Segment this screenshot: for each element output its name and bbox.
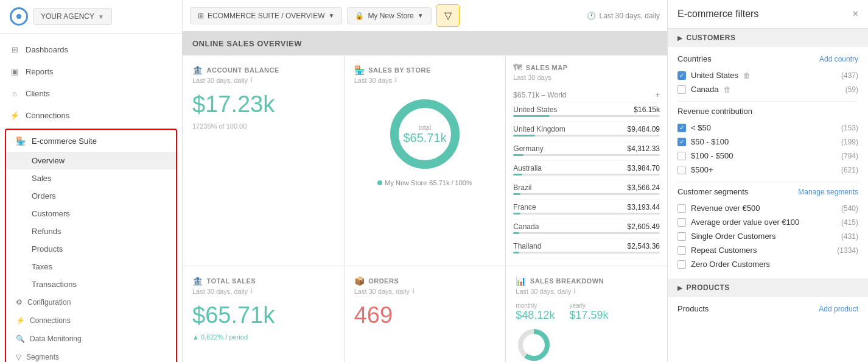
sidebar-sub-refunds[interactable]: Refunds xyxy=(6,222,176,240)
content-area: ONLINE SALES OVERVIEW 🏦 ACCOUNT BALANCE … xyxy=(183,32,667,362)
card-title: 🏦 TOTAL SALES xyxy=(192,276,334,286)
country-ca-count: (59) xyxy=(845,85,858,94)
filter-customers-content: Countries Add country ✓ United States 🗑 … xyxy=(668,47,868,279)
card-subtitle: Last 30 days ℹ xyxy=(354,76,496,84)
card-title: 🗺 SALES MAP xyxy=(513,63,660,73)
card-account-balance: 🏦 ACCOUNT BALANCE Last 30 days, daily ℹ … xyxy=(183,55,344,266)
map-row-label: Canada xyxy=(513,222,539,231)
suite-dropdown[interactable]: ⊞ ECOMMERCE SUITE / OVERVIEW ▼ xyxy=(190,7,342,24)
checkbox-rev-3[interactable] xyxy=(677,152,686,160)
sidebar-sub-transactions[interactable]: Transactions xyxy=(6,275,176,293)
info-icon: ℹ xyxy=(394,76,397,84)
rev-count-4: (621) xyxy=(841,166,858,174)
donut-total-label: total xyxy=(403,124,446,131)
delete-ca-button[interactable]: 🗑 xyxy=(724,85,731,94)
rev-label-4: $500+ xyxy=(691,165,713,174)
sidebar: YOUR AGENCY ▼ ⊞ Dashboards ▣ Reports ⌂ C… xyxy=(0,0,183,362)
info-icon: ℹ xyxy=(412,287,415,295)
checkbox-seg-1[interactable] xyxy=(677,204,686,213)
card-subtitle: Last 30 days xyxy=(513,74,660,81)
donut-legend: My New Store 65.71k / 100% xyxy=(377,179,472,186)
breakdown-values: monthly $48.12k yearly $17.59k xyxy=(516,302,657,322)
filter-section-customers[interactable]: ▶ CUSTOMERS xyxy=(668,29,868,47)
donut-chart: total $65.71k xyxy=(385,91,464,177)
chevron-down-icon: ▼ xyxy=(98,13,104,20)
sidebar-config-connections[interactable]: ⚡ Connections xyxy=(6,311,176,330)
seg-label-1: Revenue over €500 xyxy=(691,204,760,213)
map-row-bar-fill xyxy=(513,135,535,137)
agency-label: YOUR AGENCY xyxy=(41,12,94,21)
total-sales-value: $65.71k xyxy=(192,302,334,328)
checkbox-rev-1[interactable]: ✓ xyxy=(677,124,686,132)
rev-count-3: (794) xyxy=(841,152,858,160)
legend-dot xyxy=(377,180,382,185)
filter-close-button[interactable]: × xyxy=(853,9,858,20)
delete-us-button[interactable]: 🗑 xyxy=(743,71,751,80)
map-row-value: $4,312.33 xyxy=(628,144,660,153)
sidebar-item-clients[interactable]: ⌂ Clients xyxy=(0,82,182,104)
breakdown-yearly: yearly $17.59k xyxy=(569,302,608,322)
card-sales-by-store: 🏪 SALES BY STORE Last 30 days ℹ total xyxy=(345,55,506,266)
sidebar-sub-overview[interactable]: Overview xyxy=(6,152,176,169)
sidebar-item-connections[interactable]: ⚡ Connections xyxy=(0,104,182,126)
checkbox-seg-2[interactable] xyxy=(677,218,686,227)
plus-icon[interactable]: + xyxy=(656,91,660,99)
sidebar-item-reports[interactable]: ▣ Reports xyxy=(0,60,182,82)
info-icon: ℹ xyxy=(250,287,253,295)
sidebar-sub-sales[interactable]: Sales xyxy=(6,169,176,187)
checkbox-rev-4[interactable] xyxy=(677,166,686,174)
plug2-icon: ⚡ xyxy=(16,316,25,325)
checkbox-seg-5[interactable] xyxy=(677,260,686,269)
map-row: Australia $3,984.70 xyxy=(513,161,660,180)
filter-section-products[interactable]: ▶ PRODUCTS xyxy=(668,279,868,297)
segment-row-3: Single Order Customers (431) xyxy=(677,229,858,243)
map-row-value: $2,543.36 xyxy=(628,242,660,250)
sidebar-sub-taxes[interactable]: Taxes xyxy=(6,258,176,275)
countries-label: Countries xyxy=(677,54,712,63)
map-row-bar xyxy=(513,232,660,234)
sidebar-config-data-monitoring[interactable]: 🔍 Data Monitoring xyxy=(6,330,176,348)
checkbox-seg-4[interactable] xyxy=(677,246,686,255)
sidebar-sub-products[interactable]: Products xyxy=(6,240,176,258)
card-subtitle: Last 30 days, daily ℹ xyxy=(516,287,657,295)
revenue-row-4: $500+ (621) xyxy=(677,163,858,177)
store-dropdown[interactable]: 🔒 My New Store ▼ xyxy=(347,7,431,24)
ecommerce-suite-header[interactable]: 🏪 E-commerce Suite xyxy=(6,130,176,152)
file-icon: ▣ xyxy=(10,66,19,76)
grid-icon: ⊞ xyxy=(10,44,19,54)
add-country-link[interactable]: Add country xyxy=(819,55,858,63)
rev-label-2: $50 - $100 xyxy=(691,137,729,146)
sidebar-config-configuration[interactable]: ⚙ Configuration xyxy=(6,293,176,311)
seg-count-2: (415) xyxy=(841,218,858,227)
store-icon: 🔒 xyxy=(355,12,364,20)
seg-count-1: (540) xyxy=(841,204,858,213)
sidebar-config-segments[interactable]: ▽ Segments xyxy=(6,348,176,362)
donut-center: total $65.71k xyxy=(403,124,446,145)
sidebar-item-label: Reports xyxy=(26,67,54,76)
map-row-bar-fill xyxy=(513,213,520,215)
filter-products-content: Products Add product xyxy=(668,297,868,325)
agency-dropdown[interactable]: YOUR AGENCY ▼ xyxy=(33,8,112,25)
customers-section-label: CUSTOMERS xyxy=(687,34,736,42)
manage-segments-link[interactable]: Manage segments xyxy=(798,188,858,196)
card-subtitle: Last 30 days, daily ℹ xyxy=(192,76,334,84)
segments-header: Customer segments Manage segments xyxy=(677,187,858,196)
sidebar-sub-customers[interactable]: Customers xyxy=(6,205,176,222)
checkbox-seg-3[interactable] xyxy=(677,232,686,241)
filter-button[interactable]: ▽ xyxy=(436,4,460,27)
add-product-link[interactable]: Add product xyxy=(819,305,858,313)
config-label: Segments xyxy=(26,353,59,361)
main-content: ⊞ ECOMMERCE SUITE / OVERVIEW ▼ 🔒 My New … xyxy=(183,0,667,362)
checkbox-us[interactable]: ✓ xyxy=(677,71,686,80)
sidebar-sub-orders[interactable]: Orders xyxy=(6,187,176,205)
total-sales-change: ▲ 0.622% / period xyxy=(192,333,334,341)
map-row-bar xyxy=(513,193,660,195)
breakdown-yearly-value: $17.59k xyxy=(569,309,608,322)
map-row-bar-fill xyxy=(513,193,520,195)
orders-value: 469 xyxy=(354,302,496,328)
sidebar-item-dashboards[interactable]: ⊞ Dashboards xyxy=(0,38,182,60)
account-balance-sub: 17235% of 100.00 xyxy=(192,122,334,130)
checkbox-ca[interactable] xyxy=(677,85,686,94)
checkbox-rev-2[interactable]: ✓ xyxy=(677,138,686,146)
breakdown-monthly: monthly $48.12k xyxy=(516,302,555,322)
